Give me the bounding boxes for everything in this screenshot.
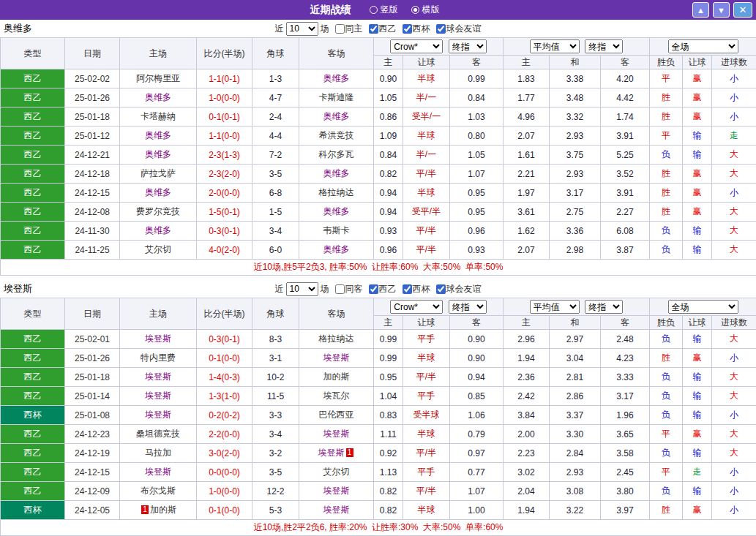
league-filter-friendly[interactable]: 球会友谊 xyxy=(436,23,482,35)
away-team-cell: 加的斯 xyxy=(299,368,374,387)
move-down-button[interactable]: ▼ xyxy=(713,2,730,18)
radio-icon[interactable] xyxy=(370,6,378,14)
avg-away-odds-cell: 6.08 xyxy=(601,222,650,241)
odds-source-select[interactable]: Crow* xyxy=(390,39,443,53)
home-team-name: 奥维多 xyxy=(145,149,171,159)
handicap-result-cell: 赢 xyxy=(683,349,712,368)
home-team-cell: 马拉加 xyxy=(120,444,197,463)
section-header: 奥维多 近 10 场 同主 西乙 西杯 球会友谊 xyxy=(0,20,756,37)
match-count-select[interactable]: 10 xyxy=(286,282,318,296)
col-goals-result: 进球数 xyxy=(712,56,756,69)
score-cell: 0-1(0-0) xyxy=(197,501,252,520)
goals-result-cell: 大 xyxy=(712,387,756,406)
results-body: 西乙25-02-01埃登斯0-3(0-1)8-3格拉纳达0.99平手0.902.… xyxy=(1,330,756,520)
wdl-result-cell: 胜 xyxy=(650,165,683,184)
handicap-result-cell: 赢 xyxy=(683,184,712,203)
odds-time-select[interactable]: 终指 xyxy=(449,39,487,53)
avg-source-select[interactable]: 平均值 xyxy=(530,300,580,314)
odds-time-select[interactable]: 终指 xyxy=(449,300,487,314)
page-title: 近期战绩 xyxy=(310,4,351,17)
handicap-cell: 半/一 xyxy=(403,88,450,107)
league-checkbox[interactable] xyxy=(403,284,412,294)
handicap-cell: 平/半 xyxy=(403,222,450,241)
avg-away-odds-cell: 3.65 xyxy=(601,425,650,444)
league-filter-cup[interactable]: 西杯 xyxy=(403,283,430,295)
same-venue-filter[interactable]: 同主 xyxy=(335,23,363,35)
avg-source-select[interactable]: 平均值 xyxy=(530,39,580,53)
summary-row: 近10场,胜5平2负3, 胜率:50% 让胜率:60% 大率:50% 单率:50… xyxy=(1,260,756,276)
match-count-select[interactable]: 10 xyxy=(286,22,318,36)
radio-icon[interactable] xyxy=(411,6,419,14)
filter-bar: 近 10 场 同客 西乙 西杯 球会友谊 xyxy=(275,282,482,296)
scope-select[interactable]: 全场 xyxy=(668,300,738,314)
league-filter-cup[interactable]: 西杯 xyxy=(403,23,430,35)
league-checkbox[interactable] xyxy=(369,284,378,294)
handicap-cell: 半/一 xyxy=(403,146,450,165)
avg-home-odds-cell: 1.97 xyxy=(504,184,550,203)
col-avg-home: 主 xyxy=(504,316,550,330)
home-odds-cell: 0.82 xyxy=(374,501,403,520)
league-checkbox[interactable] xyxy=(403,24,412,34)
same-venue-checkbox[interactable] xyxy=(335,24,345,34)
league-checkbox[interactable] xyxy=(369,24,378,34)
move-up-button[interactable]: ▲ xyxy=(692,2,709,18)
handicap-result-cell: 输 xyxy=(683,368,712,387)
score-cell: 2-3(2-0) xyxy=(197,165,252,184)
away-team-name: 埃登斯 xyxy=(323,505,350,515)
away-odds-cell: 0.93 xyxy=(450,241,504,260)
away-odds-cell: 0.97 xyxy=(450,444,504,463)
layout-radio-vertical[interactable]: 竖版 xyxy=(370,4,398,16)
handicap-result-cell: 输 xyxy=(683,444,712,463)
wdl-result-cell: 胜 xyxy=(650,349,683,368)
avg-draw-odds-cell: 3.38 xyxy=(550,69,601,88)
avg-time-select[interactable]: 终指 xyxy=(585,300,623,314)
away-team-cell: 埃登斯 xyxy=(299,425,374,444)
section-header: 埃登斯 近 10 场 同客 西乙 西杯 球会友谊 xyxy=(0,280,756,298)
league-checkbox[interactable] xyxy=(436,24,446,34)
league-filter-friendly[interactable]: 球会友谊 xyxy=(436,283,482,295)
home-odds-cell: 0.84 xyxy=(374,146,403,165)
team-section-away: 埃登斯 近 10 场 同客 西乙 西杯 球会友谊 类型 日期 主场 比分(半场) xyxy=(0,280,756,536)
date-cell: 24-12-05 xyxy=(65,501,120,520)
avg-away-odds-cell: 3.91 xyxy=(601,184,650,203)
league-filter-liga2[interactable]: 西乙 xyxy=(369,283,397,295)
wdl-result-cell: 胜 xyxy=(650,107,683,127)
avg-away-odds-cell: 3.87 xyxy=(601,241,650,260)
match-row: 西乙24-11-30奥维多0-3(0-1)3-4韦斯卡0.93平/半0.961.… xyxy=(1,222,756,241)
same-venue-label: 同客 xyxy=(345,283,363,295)
corner-cell: 6-8 xyxy=(252,184,299,203)
avg-away-odds-cell: 4.20 xyxy=(601,69,650,88)
same-venue-filter[interactable]: 同客 xyxy=(335,283,363,295)
goals-result-cell: 大 xyxy=(712,330,756,349)
league-label: 西乙 xyxy=(379,283,397,295)
window-controls: ▲ ▼ ✕ xyxy=(692,2,752,18)
match-row: 西乙24-11-25艾尔切4-0(2-0)6-0奥维多0.96平/半0.932.… xyxy=(1,241,756,260)
league-cell: 西乙 xyxy=(1,107,65,127)
avg-time-select[interactable]: 终指 xyxy=(585,39,623,53)
date-cell: 25-01-18 xyxy=(65,107,120,127)
away-team-name: 奥维多 xyxy=(323,73,350,83)
away-team-name: 卡斯迪隆 xyxy=(319,92,354,102)
away-odds-cell: 1.03 xyxy=(450,107,504,127)
home-team-cell: 特内里费 xyxy=(120,349,197,368)
layout-radio-horizontal[interactable]: 横版 xyxy=(411,4,440,16)
league-filter-liga2[interactable]: 西乙 xyxy=(369,23,397,35)
handicap-cell: 平/半 xyxy=(403,165,450,184)
col-odds-away: 客 xyxy=(450,316,504,330)
goals-result-cell: 小 xyxy=(712,184,756,203)
results-table: 类型 日期 主场 比分(半场) 角球 客场 Crow* 终指 平均值 终指 xyxy=(0,298,756,536)
away-team-name: 埃登斯 xyxy=(323,352,350,363)
odds-source-select[interactable]: Crow* xyxy=(390,300,443,314)
close-button[interactable]: ✕ xyxy=(733,2,752,18)
away-team-cell: 埃登斯1 xyxy=(299,444,374,463)
col-corner: 角球 xyxy=(252,38,299,69)
avg-away-odds-cell: 1.96 xyxy=(601,406,650,425)
league-label: 球会友谊 xyxy=(446,23,482,35)
corner-cell: 3-4 xyxy=(252,222,299,241)
home-odds-cell: 0.94 xyxy=(374,203,403,222)
same-venue-checkbox[interactable] xyxy=(335,284,345,294)
league-checkbox[interactable] xyxy=(436,284,446,294)
handicap-cell: 平/半 xyxy=(403,241,450,260)
away-odds-cell: 0.94 xyxy=(450,368,504,387)
scope-select[interactable]: 全场 xyxy=(668,39,738,53)
